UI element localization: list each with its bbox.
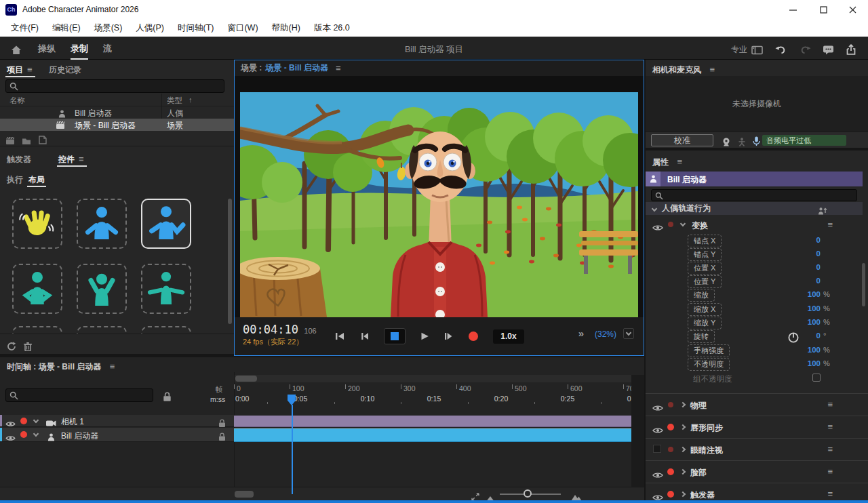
prop-label[interactable]: 不透明度 [688,358,730,371]
prop-label[interactable]: 缩放 [688,289,715,302]
camera-panel-menu-icon[interactable]: ≡ [709,64,715,75]
project-panel-menu-icon[interactable]: ≡ [27,65,33,74]
col-name[interactable]: 名称 [9,96,25,106]
behavior-transform[interactable]: 变换 ≡ [646,218,868,232]
control-button-arm-check[interactable] [141,199,191,249]
previous-frame-button[interactable] [359,332,369,340]
track-header-camera[interactable]: 相机 1 [0,415,234,427]
subtab-run[interactable]: 执行 [7,174,23,186]
track-bar-puppet[interactable] [234,428,631,442]
mode-label[interactable]: 专业 [731,44,747,56]
menu-scene[interactable]: 场景(S) [87,22,130,34]
track-header-puppet[interactable]: Bill 启动器 [0,428,234,442]
eye-icon[interactable] [652,221,663,233]
prop-label[interactable]: 缩放 X [688,303,722,316]
control-button[interactable] [12,326,62,334]
scene-panel-menu-icon[interactable]: ≡ [336,64,341,73]
chevron-right-icon[interactable] [680,424,686,430]
behavior-physics[interactable]: 物理 ≡ [646,393,868,416]
body-tracking-icon[interactable] [738,136,746,148]
feedback-icon[interactable] [823,43,834,56]
control-button-arms-open[interactable] [77,199,127,249]
behavior-menu-icon[interactable]: ≡ [827,422,833,431]
scene-name[interactable]: 场景 - Bill 启动器 [265,62,328,74]
prop-label[interactable]: 锚点 Y [688,248,722,261]
puppet-track-behaviors-section[interactable]: 人偶轨道行为 [646,202,863,215]
prop-value[interactable]: 0 [773,249,821,258]
timeline-search-input[interactable] [5,388,153,402]
behavior-menu-icon[interactable]: ≡ [827,220,833,229]
chevron-right-icon[interactable] [680,491,686,497]
lock-icon[interactable] [163,390,172,403]
arm-record-dot[interactable] [668,402,673,407]
arm-record-dot[interactable] [668,222,673,227]
control-button-hands-on-hips[interactable] [12,264,62,314]
prop-value[interactable]: 100 [773,346,821,354]
play-button[interactable] [420,332,429,340]
stop-button[interactable] [384,328,406,344]
webcam-icon[interactable] [722,136,731,148]
arm-record-dot[interactable] [667,424,674,430]
frame-ruler[interactable]: 0 100 200 300 400 500 600 700 [234,384,634,393]
zoom-slider-handle[interactable] [524,489,532,498]
zoom-level[interactable]: (32%) [595,329,616,339]
project-row-scene[interactable]: 场景 - Bill 启动器 场景 [0,119,234,131]
zoom-dropdown[interactable] [623,328,634,339]
eye-icon[interactable] [652,401,663,414]
behavior-eye-gaze[interactable]: 眼睛注视 ≡ [646,438,868,460]
prop-label[interactable]: 位置 X [688,262,722,275]
behavior-face[interactable]: 脸部 ≡ [646,460,868,483]
redo-icon[interactable] [800,43,811,56]
maximize-button[interactable] [808,0,839,19]
playback-speed[interactable]: 1.0x [493,329,524,344]
prop-value[interactable]: 100 [773,359,821,367]
minimize-button[interactable] [778,0,808,19]
trash-icon[interactable] [23,340,33,352]
col-type[interactable]: 类型 [167,96,182,106]
arm-record-dot[interactable] [20,431,27,438]
properties-search-input[interactable] [651,189,857,201]
fast-forward-icon[interactable]: » [578,327,584,339]
arm-record-dot[interactable] [20,418,27,424]
prop-value[interactable]: 0 [773,277,821,285]
properties-panel-menu-icon[interactable]: ≡ [677,157,682,167]
record-button[interactable] [469,331,478,341]
menu-help[interactable]: 帮助(H) [265,22,307,34]
arm-record-dot[interactable] [668,447,673,452]
chevron-down-icon[interactable] [33,418,39,423]
menu-timeline[interactable]: 时间轴(T) [171,22,220,34]
tab-triggers[interactable]: 触发器 [7,154,31,165]
prop-value[interactable]: 100 [773,318,821,326]
behavior-menu-icon[interactable]: ≡ [827,467,833,476]
prop-label[interactable]: 锚点 X [688,235,722,247]
menu-edit[interactable]: 编辑(E) [45,22,87,34]
go-to-start-button[interactable] [335,332,344,340]
group-opacity-checkbox[interactable] [812,374,821,382]
prop-value[interactable]: 100 [773,304,821,313]
new-scene-icon[interactable] [5,134,15,146]
calibrate-button[interactable]: 校准 [651,134,713,146]
subtab-layout[interactable]: 布局 [28,174,45,186]
scene-viewport[interactable] [240,92,638,317]
project-search-input[interactable] [5,79,224,93]
tab-project[interactable]: 项目 [7,64,23,76]
undo-icon[interactable] [775,43,786,56]
prop-value[interactable]: 0 [773,236,821,244]
prop-label[interactable]: 位置 Y [688,275,722,288]
share-icon[interactable] [846,43,856,55]
microphone-icon[interactable] [751,135,762,147]
eye-icon[interactable] [652,468,663,481]
control-button-arms-raised[interactable] [77,264,127,314]
chevron-right-icon[interactable] [680,447,686,452]
timeline-top-scrollbar[interactable] [235,375,631,382]
refresh-icon[interactable] [7,340,16,352]
prop-value[interactable]: 0 [773,331,821,340]
add-behavior-icon[interactable] [818,204,827,216]
menu-puppet[interactable]: 人偶(P) [129,22,171,34]
behavior-menu-icon[interactable]: ≡ [827,445,833,454]
new-item-icon[interactable] [38,134,47,146]
eye-icon[interactable] [5,432,16,444]
scrollbar-thumb[interactable] [235,376,257,382]
eye-icon[interactable] [652,424,663,436]
control-button[interactable] [141,326,191,334]
